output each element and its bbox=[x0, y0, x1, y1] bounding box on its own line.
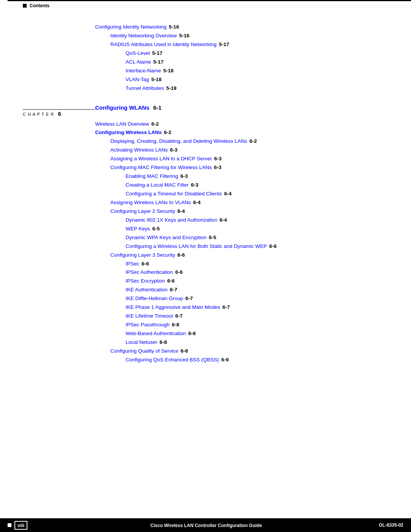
toc-entry: VLAN-Tag5-18 bbox=[126, 75, 388, 84]
toc-entry: Dynamic WPA Keys and Encryption6-5 bbox=[126, 233, 388, 242]
toc-page-number: 6-4 bbox=[224, 190, 232, 198]
toc-entry: QoS-Level5-17 bbox=[126, 49, 388, 58]
toc-page-number: 6-5 bbox=[209, 233, 217, 242]
toc-link[interactable]: IKE Diffie-Hellman Group bbox=[126, 294, 183, 303]
toc-entry: Dynamic 802.1X Keys and Authorization6-4 bbox=[126, 216, 388, 225]
toc-link[interactable]: Configuring a Wireless LAN for Both Stat… bbox=[126, 242, 267, 251]
toc-entry: Configuring Layer 2 Security6-4 bbox=[110, 207, 388, 216]
toc-entry: Configuring Layer 3 Security6-6 bbox=[110, 251, 388, 260]
toc-entry: Assigning a Wireless LAN to a DHCP Serve… bbox=[110, 155, 388, 163]
toc-link[interactable]: Interface-Name bbox=[126, 67, 161, 75]
header-label: Contents bbox=[30, 3, 49, 8]
toc-link[interactable]: IPSec Passthrough bbox=[126, 321, 170, 329]
toc-page-number: 6-8 bbox=[181, 347, 188, 356]
toc-link[interactable]: Configuring a Timeout for Disabled Clien… bbox=[126, 190, 222, 198]
toc-page-number: 5-17 bbox=[219, 40, 229, 49]
toc-entry: Tunnel Attributes5-19 bbox=[126, 84, 388, 93]
toc-link[interactable]: Creating a Local MAC Filter bbox=[126, 181, 189, 190]
toc-entry: Creating a Local MAC Filter6-3 bbox=[126, 181, 388, 190]
toc-page-number: 6-7 bbox=[175, 312, 183, 321]
toc-link[interactable]: Configuring MAC Filtering for Wireless L… bbox=[110, 163, 212, 172]
toc-link[interactable]: IPSec bbox=[126, 260, 139, 268]
toc-link[interactable]: Wireless LAN Overview bbox=[95, 120, 149, 129]
toc-link[interactable]: IPSec Encryption bbox=[126, 277, 165, 286]
toc-page-number: 6-6 bbox=[269, 242, 277, 251]
chapter-title-block: Configuring WLANs 6-1 bbox=[95, 104, 161, 111]
toc-link[interactable]: IPSec Authentication bbox=[126, 268, 173, 277]
toc-page-number: 6-2 bbox=[151, 120, 159, 129]
toc-page-number: 5-18 bbox=[151, 75, 162, 84]
footer-center: Cisco Wireless LAN Controller Configurat… bbox=[33, 522, 379, 528]
toc-link[interactable]: VLAN-Tag bbox=[126, 75, 149, 84]
toc-page-number: 6-4 bbox=[193, 198, 201, 207]
toc-page-number: 6-6 bbox=[167, 277, 175, 286]
footer-doc-number: OL-8335-02 bbox=[379, 522, 403, 528]
toc-page-number: 6-6 bbox=[175, 268, 183, 277]
footer-square-icon bbox=[8, 523, 11, 527]
toc-page-number: 5-18 bbox=[163, 67, 174, 75]
toc-link[interactable]: WEP Keys bbox=[126, 225, 150, 233]
toc-entry: IKE Phase 1 Aggressive and Main Modes6-7 bbox=[126, 303, 388, 312]
toc-link[interactable]: Enabling MAC Filtering bbox=[126, 172, 178, 181]
toc-entry: Configuring Quality of Service6-8 bbox=[110, 347, 388, 356]
toc-entry: IPSec Encryption6-6 bbox=[126, 277, 388, 286]
toc-link[interactable]: Dynamic WPA Keys and Encryption bbox=[126, 233, 207, 242]
toc-link[interactable]: IKE Phase 1 Aggressive and Main Modes bbox=[126, 303, 220, 312]
toc-entry: Configuring QoS Enhanced BSS (QBSS)6-9 bbox=[126, 356, 388, 364]
toc-link[interactable]: QoS-Level bbox=[126, 49, 150, 58]
toc-link[interactable]: Dynamic 802.1X Keys and Authorization bbox=[126, 216, 217, 225]
toc-link[interactable]: IKE Authentication bbox=[126, 286, 167, 294]
chapter-title-link[interactable]: Configuring WLANs bbox=[95, 104, 149, 111]
toc-link[interactable]: Identity Networking Overview bbox=[110, 32, 177, 40]
toc-link[interactable]: Configuring Wireless LANs bbox=[95, 128, 162, 137]
toc-page-number: 6-4 bbox=[177, 207, 185, 216]
toc-page-number: 6-2 bbox=[249, 137, 257, 146]
pre-chapter-section: Configuring Identity Networking5-16Ident… bbox=[23, 23, 388, 93]
page-header: Contents bbox=[23, 3, 49, 8]
toc-link[interactable]: Local Netuser bbox=[126, 338, 157, 347]
toc-page-number: 6-7 bbox=[222, 303, 230, 312]
toc-link[interactable]: IKE Lifetime Timeout bbox=[126, 312, 173, 321]
footer-left: viii bbox=[8, 521, 33, 530]
toc-link[interactable]: Configuring QoS Enhanced BSS (QBSS) bbox=[126, 356, 219, 364]
toc-page-number: 5-19 bbox=[166, 84, 177, 93]
toc-entry: IKE Diffie-Hellman Group6-7 bbox=[126, 294, 388, 303]
chapter-title-page: 6-1 bbox=[151, 104, 161, 111]
toc-link[interactable]: RADIUS Attributes Used in Identity Netwo… bbox=[110, 40, 217, 49]
toc-page-number: 6-9 bbox=[221, 356, 229, 364]
toc-page-number: 5-17 bbox=[153, 58, 164, 67]
toc-page-number: 6-6 bbox=[142, 260, 149, 268]
chapter-entries-section: Wireless LAN Overview6-2Configuring Wire… bbox=[23, 120, 388, 364]
toc-link[interactable]: Configuring Layer 2 Security bbox=[110, 207, 175, 216]
toc-link[interactable]: Web-Based Authentication bbox=[126, 329, 186, 338]
toc-entry: IKE Lifetime Timeout6-7 bbox=[126, 312, 388, 321]
toc-page-number: 6-3 bbox=[214, 155, 222, 163]
toc-entry: Web-Based Authentication6-8 bbox=[126, 329, 388, 338]
toc-link[interactable]: Assigning Wireless LANs to VLANs bbox=[110, 198, 191, 207]
toc-entry: Local Netuser6-8 bbox=[126, 338, 388, 347]
toc-link[interactable]: ACL-Name bbox=[126, 58, 151, 67]
toc-entry: Configuring Identity Networking5-16 bbox=[95, 23, 388, 32]
toc-link[interactable]: Assigning a Wireless LAN to a DHCP Serve… bbox=[110, 155, 212, 163]
footer-doc-title: Cisco Wireless LAN Controller Configurat… bbox=[150, 523, 262, 528]
toc-entry: Wireless LAN Overview6-2 bbox=[95, 120, 388, 129]
toc-link[interactable]: Tunnel Attributes bbox=[126, 84, 164, 93]
toc-link[interactable]: Configuring Layer 3 Security bbox=[110, 251, 175, 260]
toc-entry: Configuring a Wireless LAN for Both Stat… bbox=[126, 242, 388, 251]
toc-link[interactable]: Activating Wireless LANs bbox=[110, 146, 168, 155]
toc-link[interactable]: Configuring Quality of Service bbox=[110, 347, 178, 356]
toc-page-number: 6-3 bbox=[170, 146, 178, 155]
toc-entry: Interface-Name5-18 bbox=[126, 67, 388, 75]
toc-content: Configuring Identity Networking5-16Ident… bbox=[23, 23, 388, 364]
footer-page-number: viii bbox=[14, 521, 27, 530]
toc-link[interactable]: Configuring Identity Networking bbox=[95, 23, 167, 32]
toc-page-number: 6-8 bbox=[172, 321, 180, 329]
toc-page-number: 6-2 bbox=[164, 128, 172, 137]
toc-entry: Displaying, Creating, Disabling, and Del… bbox=[110, 137, 388, 146]
toc-link[interactable]: Displaying, Creating, Disabling, and Del… bbox=[110, 137, 247, 146]
toc-page-number: 5-16 bbox=[169, 23, 179, 32]
toc-entry: IPSec6-6 bbox=[126, 260, 388, 268]
toc-page-number: 6-3 bbox=[191, 181, 199, 190]
toc-entry: Identity Networking Overview5-16 bbox=[110, 32, 388, 40]
top-border bbox=[8, 0, 411, 1]
